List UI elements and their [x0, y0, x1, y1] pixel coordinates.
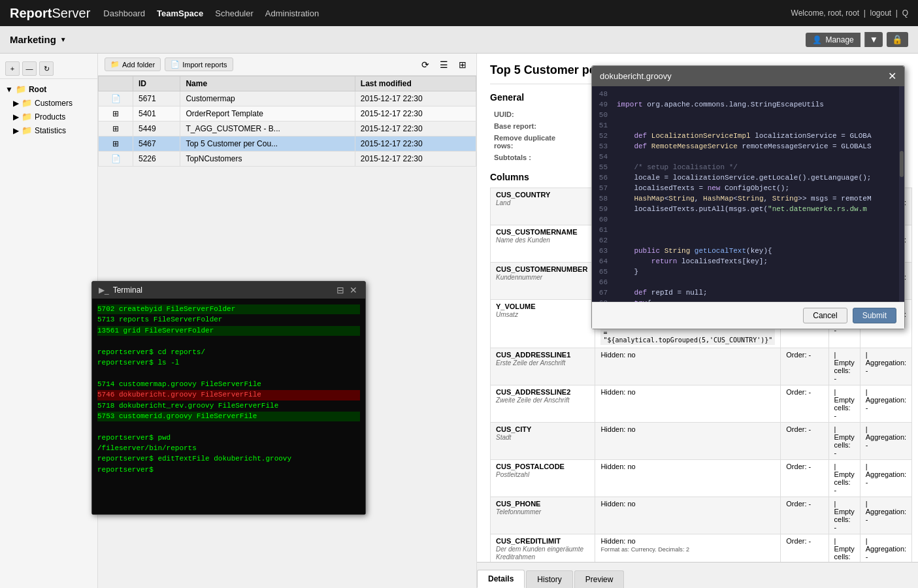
col-props-cell: Hidden: no — [595, 385, 781, 423]
table-row[interactable]: ⊞ 5467 Top 5 Customer per Cou... 2015-12… — [99, 137, 476, 152]
sidebar-item-statistics[interactable]: ▶ 📁 Statistics — [0, 123, 97, 137]
code-editor-title: dokubericht.groovy — [600, 71, 672, 81]
col-empty-cell: | Empty cells: - — [828, 497, 860, 534]
col-name-cell: CUS_COUNTRY Land — [491, 188, 595, 225]
code-scrollbar-track — [899, 86, 904, 302]
nav-dashboard[interactable]: Dashboard — [103, 8, 145, 18]
col-modified-header[interactable]: Last modified — [355, 76, 476, 91]
col-name-cell: CUS_CUSTOMERNUMBER Kundennummer — [491, 263, 595, 300]
refresh-files-button[interactable]: ⟳ — [418, 58, 433, 71]
expand-arrow: ▼ — [5, 85, 13, 94]
column-row: CUS_ADDRESSLINE1 Erste Zeile der Anschri… — [491, 348, 912, 385]
code-line-52: 52 def LocalizationServiceImpl localizat… — [592, 131, 904, 141]
collapse-all-button[interactable]: — — [22, 61, 37, 76]
tab-history[interactable]: History — [526, 570, 572, 588]
tree-root[interactable]: ▼ 📁 Root — [0, 82, 97, 96]
add-folder-button[interactable]: 📁 Add folder — [105, 57, 161, 71]
file-toolbar: 📁 Add folder 📄 Import reports ⟳ ☰ ⊞ — [98, 54, 476, 76]
refresh-tree-button[interactable]: ↻ — [39, 61, 54, 76]
code-scrollbar-thumb[interactable] — [900, 151, 904, 177]
col-name-header[interactable]: Name — [180, 76, 355, 91]
manage-dropdown-button[interactable]: ▼ — [864, 32, 883, 47]
file-modified: 2015-12-17 22:30 — [355, 122, 476, 137]
code-line-64: 64 return localisedTexts[key]; — [592, 256, 904, 267]
workspace-title: Marketing — [10, 34, 56, 45]
file-id: 5226 — [133, 152, 180, 167]
search-icon[interactable]: Q — [902, 8, 908, 18]
terminal-minimize-button[interactable]: ⊟ — [335, 285, 346, 295]
nav-scheduler[interactable]: Scheduler — [215, 8, 254, 18]
subheader: Marketing ▼ 👤 Manage ▼ 🔒 — [0, 26, 918, 54]
tab-preview[interactable]: Preview — [574, 570, 625, 588]
grid-view-button[interactable]: ⊞ — [455, 58, 470, 71]
file-id: 5671 — [133, 91, 180, 106]
file-type-icon: ⊞ — [99, 137, 133, 152]
lock-button[interactable]: 🔒 — [887, 32, 908, 47]
navbar-right: Welcome, root, root | logout | Q — [791, 8, 908, 18]
code-line-62: 62 — [592, 235, 904, 246]
root-label: Root — [29, 85, 46, 94]
col-name-cell: CUS_PHONE Telefonnummer — [491, 497, 595, 534]
code-editor-body[interactable]: 48 49import org.apache.commons.lang.Stri… — [592, 86, 904, 302]
table-row[interactable]: ⊞ 5401 OrderReport Template 2015-12-17 2… — [99, 106, 476, 122]
nav-teamspace[interactable]: TeamSpace — [157, 8, 203, 18]
file-table: ID Name Last modified 📄 5671 Customermap… — [98, 76, 476, 167]
file-modified: 2015-12-17 22:30 — [355, 152, 476, 167]
table-row[interactable]: ⊞ 5449 T_AGG_CUSTOMER - B... 2015-12-17 … — [99, 122, 476, 137]
tab-details[interactable]: Details — [477, 570, 525, 588]
file-type-icon: ⊞ — [99, 122, 133, 137]
terminal-close-button[interactable]: ✕ — [348, 285, 359, 295]
sidebar-item-products[interactable]: ▶ 📁 Products — [0, 110, 97, 123]
column-row: CUS_CITY Stadt Hidden: no Order: - | Emp… — [491, 423, 912, 460]
term-line-cmd1: reportserver$ cd reports/ — [97, 348, 360, 357]
code-line-50: 50 — [592, 110, 904, 120]
workspace-dropdown-arrow[interactable]: ▼ — [60, 36, 67, 43]
person-icon: 👤 — [812, 35, 822, 44]
code-line-55: 55 /* setup localisation */ — [592, 162, 904, 172]
subtotals-label: Subtotals : — [491, 152, 576, 163]
code-line-66: 66 — [592, 277, 904, 287]
table-row[interactable]: 📄 5226 TopNCustomers 2015-12-17 22:30 — [99, 152, 476, 167]
code-line-61: 61 — [592, 225, 904, 235]
col-name-cell: CUS_ADDRESSLINE2 Zweite Zeile der Anschr… — [491, 385, 595, 423]
file-type-icon: 📄 — [99, 91, 133, 106]
cancel-button[interactable]: Cancel — [803, 308, 847, 323]
table-row[interactable]: 📄 5671 Customermap 2015-12-17 22:30 — [99, 91, 476, 106]
col-aggregation-cell: | Aggregation: - — [860, 423, 911, 460]
statistics-folder-icon: 📁 — [22, 125, 32, 135]
col-icon-header — [99, 76, 133, 91]
col-name-cell: CUS_CITY Stadt — [491, 423, 595, 460]
file-name: T_AGG_CUSTOMER - B... — [180, 122, 355, 137]
submit-button[interactable]: Submit — [853, 308, 896, 323]
sidebar-toolbar: + — ↻ — [0, 59, 97, 79]
expand-arrow-products: ▶ — [13, 112, 19, 122]
code-line-60: 60 — [592, 214, 904, 225]
file-id: 5467 — [133, 137, 180, 152]
list-view-button[interactable]: ☰ — [436, 58, 451, 71]
import-icon: 📄 — [171, 60, 180, 69]
terminal-title: Terminal — [113, 286, 142, 295]
code-editor-close-button[interactable]: ✕ — [888, 70, 896, 82]
term-line-2: 5713 reports FileServerFolder — [97, 315, 360, 325]
expand-arrow-customers: ▶ — [13, 99, 19, 108]
file-type-icon: 📄 — [99, 152, 133, 167]
code-line-65: 65 } — [592, 267, 904, 277]
col-name-cell: CUS_CREDITLIMIT Der dem Kunden eingeräum… — [491, 534, 595, 563]
term-line-cmd2: reportserver$ ls -l — [97, 358, 360, 368]
nav-administration[interactable]: Administration — [265, 8, 319, 18]
file-name: TopNCustomers — [180, 152, 355, 167]
sidebar-item-customers[interactable]: ▶ 📁 Customers — [0, 96, 97, 110]
sidebar: + — ↻ ▼ 📁 Root ▶ 📁 Customers ▶ 📁 Product… — [0, 54, 98, 588]
code-line-48: 48 — [592, 89, 904, 99]
code-line-67: 67 def repId = null; — [592, 287, 904, 298]
col-id-header[interactable]: ID — [133, 76, 180, 91]
term-line-4: 5714 customermap.groovy FileServerFile — [97, 380, 360, 389]
manage-button[interactable]: 👤 Manage — [806, 33, 860, 47]
import-reports-button[interactable]: 📄 Import reports — [165, 57, 233, 71]
expand-all-button[interactable]: + — [5, 61, 20, 76]
logout-link[interactable]: logout — [870, 8, 892, 18]
bottom-tabs: Details History Preview — [477, 562, 918, 588]
customers-folder-icon: 📁 — [22, 98, 32, 108]
uuid-label: UUID: — [491, 109, 576, 120]
col-props-cell: Hidden: no — [595, 460, 781, 497]
